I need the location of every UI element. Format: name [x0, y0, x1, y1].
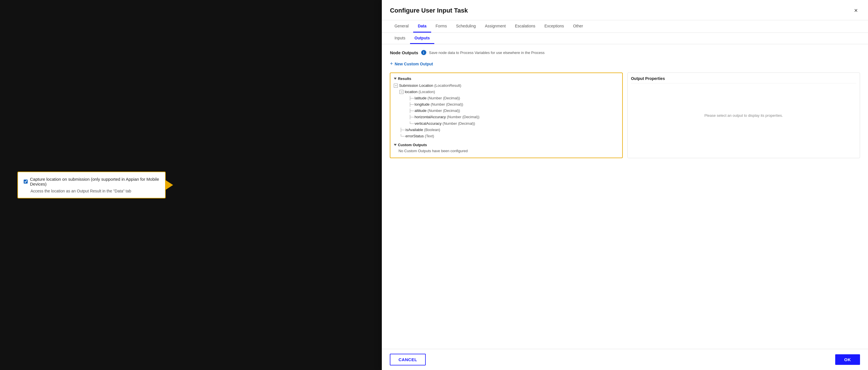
plus-icon: + — [390, 61, 393, 67]
node-name-6: verticalAccuracy — [414, 120, 442, 127]
node-type-8: (Text) — [424, 133, 434, 139]
section-note: Save node data to Process Variables for … — [429, 51, 545, 55]
tree-node-submission-location[interactable]: − Submission Location (LocationResult) −… — [394, 83, 619, 139]
node-type-1: (Location) — [417, 89, 435, 95]
tab-exceptions[interactable]: Exceptions — [540, 20, 568, 32]
node-type-5: (Number (Decimal)) — [446, 114, 479, 120]
properties-panel: Output Properties Please select an outpu… — [627, 73, 860, 158]
tree-row-0[interactable]: − Submission Location (LocationResult) — [394, 83, 619, 89]
info-icon: i — [421, 50, 426, 55]
triangle-down-icon — [394, 78, 397, 80]
results-text: Results — [398, 77, 411, 81]
connector-3: ├─ — [409, 101, 414, 108]
new-custom-output-button[interactable]: + New Custom Output — [390, 60, 433, 68]
dialog-footer: CANCEL OK — [382, 349, 868, 370]
tab-escalations[interactable]: Escalations — [510, 20, 540, 32]
no-custom-text: No Custom Outputs have been configured — [394, 149, 619, 153]
node-name-4: altitude — [414, 108, 427, 114]
node-type-3: (Number (Decimal)) — [430, 101, 463, 108]
node-name-2: latitude — [414, 95, 427, 101]
top-tabs: General Data Forms Scheduling Assignment… — [382, 20, 868, 33]
tab-general[interactable]: General — [390, 20, 413, 32]
tab-other[interactable]: Other — [568, 20, 588, 32]
outputs-layout: Results − Submission Location (LocationR… — [390, 73, 860, 158]
section-title: Node Outputs — [390, 50, 418, 55]
dialog-content: Node Outputs i Save node data to Process… — [382, 44, 868, 349]
triangle-down-custom-icon — [394, 144, 397, 146]
tree-row-6[interactable]: └─ verticalAccuracy (Number (Decimal)) — [394, 120, 619, 127]
properties-column: Output Properties Please select an outpu… — [627, 73, 860, 158]
node-type-0: (LocationResult) — [433, 83, 461, 89]
node-type-6: (Number (Decimal)) — [441, 120, 475, 127]
node-name-8: errorStatus — [405, 133, 424, 139]
tree-column: Results − Submission Location (LocationR… — [390, 73, 622, 158]
tree-row-2[interactable]: ├─ latitude (Number (Decimal)) — [394, 95, 619, 101]
dialog: Configure User Input Task × General Data… — [382, 0, 868, 370]
node-type-2: (Number (Decimal)) — [427, 95, 460, 101]
connector-4: ├─ — [409, 108, 414, 114]
tab-forms[interactable]: Forms — [431, 20, 452, 32]
node-name-0: Submission Location — [399, 83, 433, 89]
node-name-1: location — [405, 89, 417, 95]
minus-icon-1: − — [400, 90, 403, 94]
tree-row-3[interactable]: ├─ longitude (Number (Decimal)) — [394, 101, 619, 108]
node-name-7: isAvailable — [405, 127, 423, 133]
tree-row-8[interactable]: └─ errorStatus (Text) — [394, 133, 619, 139]
tree-row-4[interactable]: ├─ altitude (Number (Decimal)) — [394, 108, 619, 114]
connector-7: ├─ — [400, 127, 405, 133]
properties-empty: Please select an output to display its p… — [631, 87, 856, 144]
minus-icon-0: − — [394, 84, 398, 88]
section-header-row: Node Outputs i Save node data to Process… — [390, 50, 860, 55]
tree-row-5[interactable]: ├─ horizontalAccuracy (Number (Decimal)) — [394, 114, 619, 120]
connector-5: ├─ — [409, 114, 414, 120]
cancel-button[interactable]: CANCEL — [390, 354, 426, 365]
node-type-7: (Boolean) — [423, 127, 440, 133]
new-custom-output-label: New Custom Output — [395, 62, 433, 66]
node-type-4: (Number (Decimal)) — [427, 108, 460, 114]
properties-title: Output Properties — [631, 76, 856, 83]
dialog-title: Configure User Input Task — [390, 7, 468, 14]
results-label: Results — [394, 77, 619, 81]
custom-outputs-text: Custom Outputs — [398, 143, 427, 147]
custom-outputs-label: Custom Outputs — [394, 143, 619, 147]
ok-button[interactable]: OK — [835, 354, 860, 365]
connector-8: └─ — [400, 133, 405, 139]
tab-scheduling[interactable]: Scheduling — [452, 20, 480, 32]
custom-outputs-section: Custom Outputs No Custom Outputs have be… — [394, 143, 619, 153]
tab-data[interactable]: Data — [413, 20, 431, 32]
tree-panel: Results − Submission Location (LocationR… — [390, 73, 622, 158]
dialog-overlay: Configure User Input Task × General Data… — [0, 0, 868, 370]
node-name-3: longitude — [414, 101, 430, 108]
tree-row-7[interactable]: ├─ isAvailable (Boolean) — [394, 127, 619, 133]
tab-inputs[interactable]: Inputs — [390, 33, 410, 44]
node-name-5: horizontalAccuracy — [414, 114, 446, 120]
tree-row-1[interactable]: − location (Location) — [394, 89, 619, 95]
close-button[interactable]: × — [852, 6, 860, 16]
sub-tabs: Inputs Outputs — [382, 33, 868, 44]
tab-outputs[interactable]: Outputs — [410, 33, 435, 44]
connector-2: ├─ — [409, 95, 414, 101]
connector-6: └─ — [409, 120, 414, 127]
tab-assignment[interactable]: Assignment — [480, 20, 510, 32]
dialog-header: Configure User Input Task × — [382, 0, 868, 20]
